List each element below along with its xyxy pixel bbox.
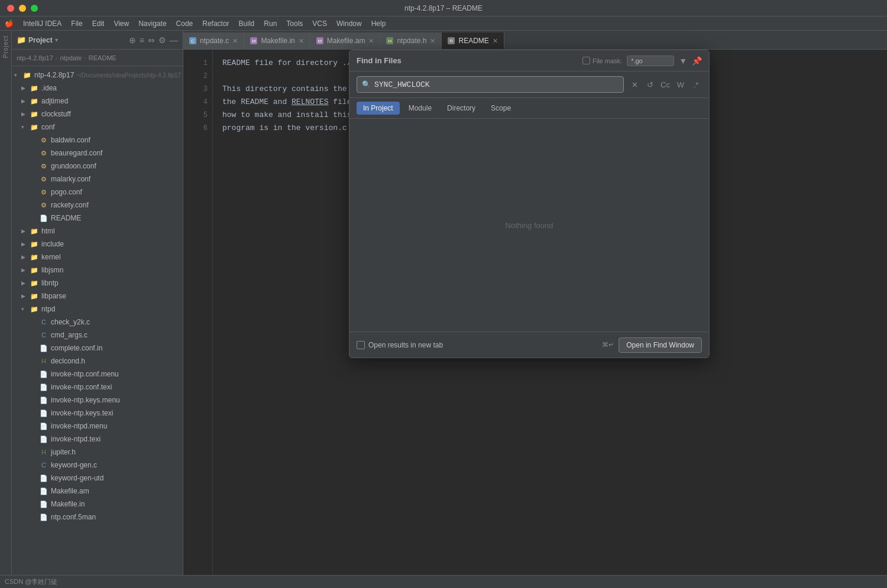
search-input[interactable] (374, 80, 619, 89)
tree-item-baldwin-conf[interactable]: ⚙ baldwin.conf (12, 134, 183, 147)
file-mask-input[interactable] (627, 56, 674, 66)
tree-item-ntp-conf-5man[interactable]: 📄 ntp.conf.5man (12, 511, 183, 524)
file-tree[interactable]: ▾ 📁 ntp-4.2.8p17 ~/Documents/IdeaProject… (12, 66, 183, 588)
window-controls[interactable] (7, 5, 38, 12)
project-arrow[interactable]: ▾ (55, 37, 58, 43)
case-sensitive-button[interactable]: Cc (659, 79, 671, 90)
tab-close-icon[interactable]: ✕ (232, 37, 238, 45)
open-in-find-window-button[interactable]: Open in Find Window (619, 337, 702, 353)
tab-label: ntpdate.h (397, 37, 426, 45)
menu-file[interactable]: File (71, 20, 82, 28)
close-panel-icon[interactable]: — (170, 35, 178, 45)
menu-help[interactable]: Help (371, 20, 386, 28)
title-bar: ntp-4.2.8p17 – README (0, 0, 887, 17)
menu-intellij[interactable]: IntelliJ IDEA (23, 20, 61, 28)
tab-close-icon[interactable]: ✕ (430, 37, 435, 45)
breadcrumb-readme[interactable]: README (89, 54, 116, 61)
tree-item-complete-conf-in[interactable]: 📄 complete.conf.in (12, 342, 183, 355)
scope-tab-in-project[interactable]: In Project (357, 102, 400, 115)
tree-item-adjtimed[interactable]: ▶ 📁 adjtimed (12, 95, 183, 108)
tree-item-conf[interactable]: ▾ 📁 conf (12, 121, 183, 134)
tab-makefile-am[interactable]: M Makefile.am ✕ (310, 33, 381, 49)
breadcrumb-ntpdate[interactable]: ntpdate (60, 54, 82, 61)
collapse-icon[interactable]: ≡ (140, 35, 144, 45)
menu-window[interactable]: Window (336, 20, 362, 28)
find-dialog-controls: File mask: ▼ 📌 (582, 56, 702, 66)
tree-item-jupiter-h[interactable]: H jupiter.h (12, 446, 183, 459)
menu-run[interactable]: Run (264, 20, 277, 28)
locate-icon[interactable]: ⊕ (129, 35, 136, 45)
item-label: pogo.conf (51, 188, 82, 196)
tree-item-invoke-ntp-conf-texi[interactable]: 📄 invoke-ntp.conf.texi (12, 381, 183, 394)
tree-item-invoke-ntp-keys-texi[interactable]: 📄 invoke-ntp.keys.texi (12, 407, 183, 420)
menu-vcs[interactable]: VCS (312, 20, 327, 28)
tab-close-icon[interactable]: ✕ (493, 37, 498, 45)
undo-search-button[interactable]: ↺ (644, 79, 656, 90)
tree-item-declcond-h[interactable]: H declcond.h (12, 355, 183, 368)
tree-item-makefile-in[interactable]: 📄 Makefile.in (12, 498, 183, 511)
maximize-button[interactable] (31, 5, 38, 12)
menu-refactor[interactable]: Refactor (202, 20, 229, 28)
item-label: invoke-ntp.keys.menu (51, 396, 120, 404)
tree-item-invoke-ntp-keys-menu[interactable]: 📄 invoke-ntp.keys.menu (12, 394, 183, 407)
scope-tab-module[interactable]: Module (402, 102, 438, 115)
search-input-wrap[interactable]: 🔍 (357, 76, 624, 93)
menu-code[interactable]: Code (176, 20, 193, 28)
menu-apple[interactable]: 🍎 (5, 20, 14, 28)
regex-button[interactable]: .* (690, 79, 702, 90)
tree-root[interactable]: ▾ 📁 ntp-4.2.8p17 ~/Documents/IdeaProject… (12, 69, 183, 82)
c-file-icon: C (39, 330, 48, 340)
tree-item-readme-conf[interactable]: 📄 README (12, 212, 183, 225)
minimize-button[interactable] (19, 5, 26, 12)
tree-item-clockstuff[interactable]: ▶ 📁 clockstuff (12, 108, 183, 121)
window-title: ntp-4.2.8p17 – README (404, 4, 483, 12)
settings-icon[interactable]: ⚙ (158, 35, 166, 45)
open-new-tab-checkbox[interactable] (357, 341, 365, 349)
close-button[interactable] (7, 5, 14, 12)
tab-ntpdate-h[interactable]: H ntpdate.h ✕ (380, 33, 442, 49)
tree-item-html[interactable]: ▶ 📁 html (12, 225, 183, 238)
tree-item-invoke-ntpd-menu[interactable]: 📄 invoke-ntpd.menu (12, 420, 183, 433)
tab-ntpdate-c[interactable]: C ntpdate.c ✕ (183, 33, 244, 49)
tree-item-malarky-conf[interactable]: ⚙ malarky.conf (12, 173, 183, 186)
menu-tools[interactable]: Tools (286, 20, 303, 28)
whole-word-button[interactable]: W (675, 79, 687, 90)
tree-item-include[interactable]: ▶ 📁 include (12, 238, 183, 251)
pin-icon[interactable]: 📌 (692, 56, 702, 66)
tree-item-check-y2k[interactable]: C check_y2k.c (12, 316, 183, 329)
tree-item-libparse[interactable]: ▶ 📁 libparse (12, 290, 183, 303)
tree-item-libntp[interactable]: ▶ 📁 libntp (12, 277, 183, 290)
tab-close-icon[interactable]: ✕ (368, 37, 374, 45)
item-label: invoke-ntpd.menu (51, 422, 107, 430)
tree-item-beauregard-conf[interactable]: ⚙ beauregard.conf (12, 147, 183, 160)
scope-tab-scope[interactable]: Scope (484, 102, 517, 115)
tree-item-grundoon-conf[interactable]: ⚙ grundoon.conf (12, 160, 183, 173)
file-mask-checkbox[interactable] (582, 57, 590, 64)
menu-build[interactable]: Build (239, 20, 255, 28)
tab-close-icon[interactable]: ✕ (299, 37, 304, 45)
tree-item-kernel[interactable]: ▶ 📁 kernel (12, 251, 183, 264)
tab-makefile-in[interactable]: M Makefile.in ✕ (244, 33, 310, 49)
clear-search-button[interactable]: ✕ (629, 79, 640, 90)
tree-item-rackety-conf[interactable]: ⚙ rackety.conf (12, 199, 183, 212)
expand-icon[interactable]: ⇔ (148, 35, 155, 45)
menu-view[interactable]: View (114, 20, 129, 28)
tree-item-keyword-gen-c[interactable]: C keyword-gen.c (12, 459, 183, 472)
tree-item-ntpd[interactable]: ▾ 📁 ntpd (12, 303, 183, 316)
breadcrumb-root[interactable]: ntp-4.2.8p17 (17, 54, 53, 61)
tree-item-invoke-ntp-conf-menu[interactable]: 📄 invoke-ntp.conf.menu (12, 368, 183, 381)
tree-item-cmd-args[interactable]: C cmd_args.c (12, 329, 183, 342)
menu-edit[interactable]: Edit (92, 20, 105, 28)
tree-item-invoke-ntpd-texi[interactable]: 📄 invoke-ntpd.texi (12, 433, 183, 446)
editor-content[interactable]: 1 2 3 4 5 6 README file for directory ./… (183, 50, 887, 588)
file-mask-checkbox-wrap[interactable]: File mask: (582, 57, 622, 64)
tab-readme[interactable]: R README ✕ (442, 33, 504, 49)
scope-tab-directory[interactable]: Directory (441, 102, 482, 115)
tree-item-pogo-conf[interactable]: ⚙ pogo.conf (12, 186, 183, 199)
tree-item-makefile-am[interactable]: 📄 Makefile.am (12, 485, 183, 498)
filter-icon[interactable]: ▼ (679, 56, 687, 66)
tree-item-keyword-gen-utd[interactable]: 📄 keyword-gen-utd (12, 472, 183, 485)
tree-item-idea[interactable]: ▶ 📁 .idea (12, 82, 183, 95)
tree-item-libjsmn[interactable]: ▶ 📁 libjsmn (12, 264, 183, 277)
menu-navigate[interactable]: Navigate (138, 20, 166, 28)
